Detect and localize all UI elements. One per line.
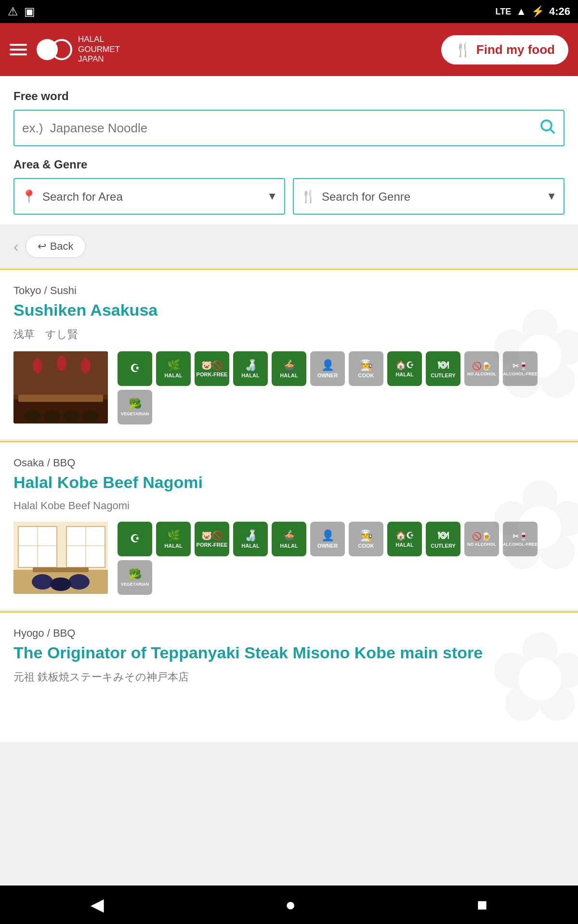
halal-house-icon-2: 🏠☪: [395, 530, 414, 541]
crescent-star-icon-2: ☪: [130, 533, 140, 545]
search-area: Free word Area & Genre 📍 Search for Area…: [0, 76, 578, 224]
sd-card-icon: ▣: [24, 5, 35, 18]
badges-area-1: ☪ 🌿 HALAL 🐷🚫 PORK-FREE 🍶 HALAL 🍲 HALAL: [118, 351, 565, 424]
cutlery-badge-icon-2: 🍽: [438, 529, 448, 542]
halal-pot-icon-2: 🍲: [283, 529, 296, 542]
no-alcohol-icon-1: 🚫🍺: [472, 361, 491, 371]
status-bar-right: LTE ▲ ⚡ 4:26: [496, 5, 571, 18]
badge-vegetarian-1: 🥦 VEGETARIAN: [118, 390, 152, 424]
svg-point-8: [82, 411, 99, 422]
badge-cutlery-1: 🍽 CUTLERY: [426, 351, 460, 386]
logo-text: HALAL GOURMET JAPAN: [78, 35, 120, 64]
hamburger-menu-button[interactable]: [10, 44, 27, 55]
badge-halal-bottle-1: 🍶 HALAL: [233, 351, 268, 386]
badge-pork-free-label-1: PORK-FREE: [197, 372, 228, 377]
nagomi-image-svg: [13, 522, 108, 594]
card-title-3: The Originator of Teppanyaki Steak Mison…: [13, 643, 565, 662]
back-chevron-icon[interactable]: ‹: [13, 238, 19, 256]
halal-leaf-icon: 🌿: [167, 359, 180, 372]
halal-house-icon: 🏠☪: [395, 360, 414, 371]
badge-pork-free-2: 🐷🚫 PORK-FREE: [195, 522, 229, 556]
restaurant-image-sushiken: [13, 351, 108, 424]
badge-alcohol-free-2: ✂🍷 ALCOHOL-FREE: [503, 522, 538, 556]
genre-select[interactable]: Search for Genre: [322, 190, 546, 203]
card-body-1: ☪ 🌿 HALAL 🐷🚫 PORK-FREE 🍶 HALAL 🍲 HALAL: [13, 351, 565, 424]
badge-vegetarian-label-1: VEGETARIAN: [121, 411, 149, 416]
badge-halal-pot-2: 🍲 HALAL: [272, 522, 306, 556]
pork-free-icon-2: 🐷🚫: [201, 530, 223, 541]
restaurant-image-nagomi: [13, 522, 108, 594]
logo-area: HALAL GOURMET JAPAN: [37, 35, 120, 64]
card-location-3: Hyogo / BBQ: [13, 627, 565, 640]
badge-no-alcohol-1: 🚫🍺 NO ALCOHOL: [464, 351, 499, 386]
badge-owner-1: 👤 OWNER: [310, 351, 345, 386]
badge-alcohol-free-label-2: ALCOHOL-FREE: [503, 542, 538, 547]
card-subtitle-3: 元祖 鉄板焼ステーキみその神戸本店: [13, 670, 565, 684]
nav-recent-icon: ■: [477, 895, 487, 914]
badge-alcohol-free-1: ✂🍷 ALCOHOL-FREE: [503, 351, 538, 386]
badge-no-alcohol-label-2: NO ALCOHOL: [467, 542, 496, 547]
lte-icon: LTE: [496, 7, 512, 17]
svg-point-10: [33, 358, 42, 373]
badge-halal-certified-1: ☪: [118, 351, 152, 386]
search-button[interactable]: [539, 117, 556, 139]
crescent-star-icon: ☪: [130, 362, 140, 375]
nav-back-button[interactable]: ◀: [71, 890, 123, 920]
badge-halal-leaf-1: 🌿 HALAL: [156, 351, 191, 386]
badge-halal-bottle-2: 🍶 HALAL: [233, 522, 268, 556]
owner-icon-2: 👤: [321, 529, 334, 542]
card-body-2: ☪ 🌿 HALAL 🐷🚫 PORK-FREE 🍶 HALAL 🍲 HALAL 👤…: [13, 522, 565, 595]
badge-halal-bottle-label-2: HALAL: [241, 543, 259, 549]
nav-home-button[interactable]: ●: [266, 890, 315, 920]
logo-line3: JAPAN: [78, 54, 120, 64]
area-select[interactable]: Search for Area: [42, 190, 267, 203]
restaurant-card-sushiken[interactable]: ✿ Tokyo / Sushi Sushiken Asakusa 浅草 すし賢: [0, 269, 578, 439]
badge-vegetarian-2: 🥦 VEGETARIAN: [118, 560, 152, 595]
back-arrow-icon: ↩: [38, 240, 46, 253]
status-bar-left: ⚠ ▣: [8, 5, 35, 18]
badges-area-2: ☪ 🌿 HALAL 🐷🚫 PORK-FREE 🍶 HALAL 🍲 HALAL 👤…: [118, 522, 565, 595]
badge-pork-free-1: 🐷🚫 PORK-FREE: [195, 351, 229, 386]
search-input[interactable]: [22, 121, 539, 136]
badge-owner-2: 👤 OWNER: [310, 522, 345, 556]
genre-dropdown-wrapper[interactable]: 🍴 Search for Genre ▼: [293, 178, 565, 215]
find-food-button[interactable]: 🍴 Find my food: [441, 35, 568, 64]
card-location-1: Tokyo / Sushi: [13, 284, 565, 297]
svg-point-24: [68, 574, 90, 590]
nav-recent-button[interactable]: ■: [458, 890, 507, 920]
badge-cook-2: 👨‍🍳 COOK: [349, 522, 383, 556]
restaurant-card-misono[interactable]: ✿ Hyogo / BBQ The Originator of Teppanya…: [0, 611, 578, 742]
hamburger-line-1: [10, 44, 27, 46]
badge-pork-free-label-2: PORK-FREE: [197, 542, 228, 548]
hamburger-line-3: [10, 53, 27, 55]
location-icon: 📍: [21, 189, 37, 204]
svg-point-12: [81, 358, 91, 373]
cutlery-icon: 🍴: [301, 189, 316, 204]
back-button[interactable]: ↩ Back: [26, 235, 86, 258]
back-label: Back: [50, 240, 74, 253]
badge-halal-bottle-label-1: HALAL: [241, 372, 259, 378]
card-title-1: Sushiken Asakusa: [13, 301, 565, 320]
status-bar: ⚠ ▣ LTE ▲ ⚡ 4:26: [0, 0, 578, 23]
restaurant-card-nagomi[interactable]: ✿ Osaka / BBQ Halal Kobe Beef Nagomi Hal…: [0, 441, 578, 609]
warning-icon: ⚠: [8, 5, 18, 18]
logo-circle-white: [37, 39, 58, 60]
cook-icon-2: 👨‍🍳: [360, 529, 373, 542]
badge-owner-label-1: OWNER: [317, 372, 338, 378]
dropdowns-row: 📍 Search for Area ▼ 🍴 Search for Genre ▼: [13, 178, 565, 215]
svg-point-25: [50, 578, 71, 591]
find-food-label: Find my food: [476, 42, 555, 57]
card-subtitle-1: 浅草 すし賢: [13, 327, 565, 342]
svg-point-7: [63, 411, 80, 422]
area-dropdown-wrapper[interactable]: 📍 Search for Area ▼: [13, 178, 285, 215]
search-icon: [539, 117, 556, 135]
card-location-2: Osaka / BBQ: [13, 457, 565, 469]
genre-dropdown-arrow: ▼: [546, 190, 557, 203]
bottom-navigation: ◀ ● ■: [0, 886, 578, 924]
svg-line-1: [551, 129, 554, 133]
time-display: 4:26: [549, 5, 570, 18]
badge-owner-label-2: OWNER: [317, 543, 338, 549]
badge-cook-1: 👨‍🍳 COOK: [349, 351, 383, 386]
halal-bottle-icon: 🍶: [244, 359, 257, 372]
badge-halal-house-label-1: HALAL: [395, 372, 413, 377]
